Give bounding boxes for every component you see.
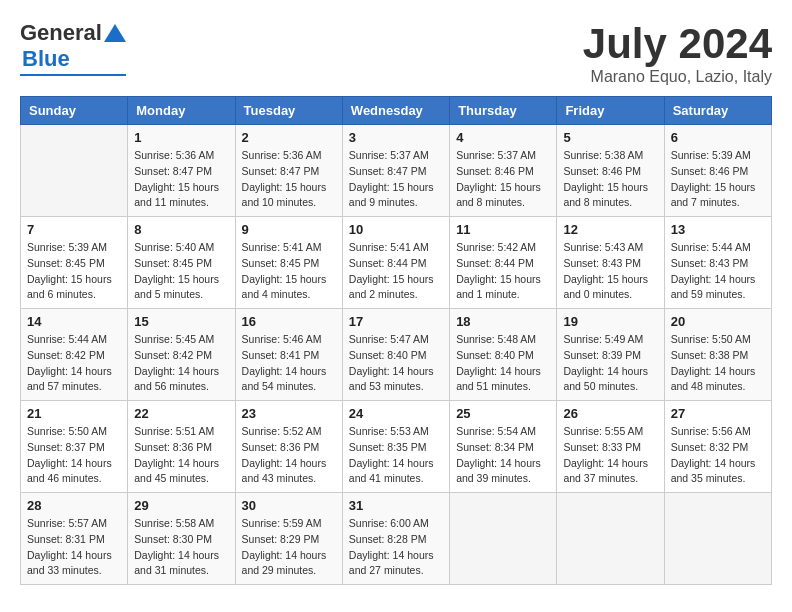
- calendar-week-row: 7Sunrise: 5:39 AMSunset: 8:45 PMDaylight…: [21, 217, 772, 309]
- day-info: Sunrise: 5:53 AMSunset: 8:35 PMDaylight:…: [349, 424, 443, 487]
- calendar-cell: 5Sunrise: 5:38 AMSunset: 8:46 PMDaylight…: [557, 125, 664, 217]
- calendar-cell: 14Sunrise: 5:44 AMSunset: 8:42 PMDayligh…: [21, 309, 128, 401]
- calendar-cell: 16Sunrise: 5:46 AMSunset: 8:41 PMDayligh…: [235, 309, 342, 401]
- day-info: Sunrise: 5:49 AMSunset: 8:39 PMDaylight:…: [563, 332, 657, 395]
- day-info: Sunrise: 5:45 AMSunset: 8:42 PMDaylight:…: [134, 332, 228, 395]
- day-number: 14: [27, 314, 121, 329]
- day-info: Sunrise: 5:46 AMSunset: 8:41 PMDaylight:…: [242, 332, 336, 395]
- calendar-cell: 30Sunrise: 5:59 AMSunset: 8:29 PMDayligh…: [235, 493, 342, 585]
- calendar-week-row: 1Sunrise: 5:36 AMSunset: 8:47 PMDaylight…: [21, 125, 772, 217]
- logo-blue: Blue: [22, 46, 70, 72]
- day-number: 15: [134, 314, 228, 329]
- day-number: 18: [456, 314, 550, 329]
- day-info: Sunrise: 5:41 AMSunset: 8:45 PMDaylight:…: [242, 240, 336, 303]
- svg-marker-0: [104, 24, 126, 42]
- day-info: Sunrise: 5:51 AMSunset: 8:36 PMDaylight:…: [134, 424, 228, 487]
- calendar-cell: 3Sunrise: 5:37 AMSunset: 8:47 PMDaylight…: [342, 125, 449, 217]
- day-number: 2: [242, 130, 336, 145]
- calendar-table: SundayMondayTuesdayWednesdayThursdayFrid…: [20, 96, 772, 585]
- calendar-cell: 24Sunrise: 5:53 AMSunset: 8:35 PMDayligh…: [342, 401, 449, 493]
- column-header-friday: Friday: [557, 97, 664, 125]
- day-number: 8: [134, 222, 228, 237]
- day-number: 4: [456, 130, 550, 145]
- calendar-cell: 29Sunrise: 5:58 AMSunset: 8:30 PMDayligh…: [128, 493, 235, 585]
- calendar-cell: 8Sunrise: 5:40 AMSunset: 8:45 PMDaylight…: [128, 217, 235, 309]
- day-info: Sunrise: 5:50 AMSunset: 8:37 PMDaylight:…: [27, 424, 121, 487]
- day-number: 20: [671, 314, 765, 329]
- day-info: Sunrise: 5:57 AMSunset: 8:31 PMDaylight:…: [27, 516, 121, 579]
- calendar-cell: 22Sunrise: 5:51 AMSunset: 8:36 PMDayligh…: [128, 401, 235, 493]
- day-number: 29: [134, 498, 228, 513]
- day-number: 24: [349, 406, 443, 421]
- calendar-cell: 4Sunrise: 5:37 AMSunset: 8:46 PMDaylight…: [450, 125, 557, 217]
- day-info: Sunrise: 5:36 AMSunset: 8:47 PMDaylight:…: [242, 148, 336, 211]
- day-info: Sunrise: 5:39 AMSunset: 8:46 PMDaylight:…: [671, 148, 765, 211]
- day-info: Sunrise: 5:44 AMSunset: 8:43 PMDaylight:…: [671, 240, 765, 303]
- calendar-cell: 6Sunrise: 5:39 AMSunset: 8:46 PMDaylight…: [664, 125, 771, 217]
- day-info: Sunrise: 5:39 AMSunset: 8:45 PMDaylight:…: [27, 240, 121, 303]
- calendar-cell: 23Sunrise: 5:52 AMSunset: 8:36 PMDayligh…: [235, 401, 342, 493]
- day-info: Sunrise: 5:36 AMSunset: 8:47 PMDaylight:…: [134, 148, 228, 211]
- calendar-cell: 18Sunrise: 5:48 AMSunset: 8:40 PMDayligh…: [450, 309, 557, 401]
- day-number: 21: [27, 406, 121, 421]
- column-header-wednesday: Wednesday: [342, 97, 449, 125]
- calendar-cell: [664, 493, 771, 585]
- day-number: 28: [27, 498, 121, 513]
- day-info: Sunrise: 5:38 AMSunset: 8:46 PMDaylight:…: [563, 148, 657, 211]
- calendar-week-row: 21Sunrise: 5:50 AMSunset: 8:37 PMDayligh…: [21, 401, 772, 493]
- day-number: 26: [563, 406, 657, 421]
- day-number: 16: [242, 314, 336, 329]
- calendar-cell: 9Sunrise: 5:41 AMSunset: 8:45 PMDaylight…: [235, 217, 342, 309]
- calendar-cell: 13Sunrise: 5:44 AMSunset: 8:43 PMDayligh…: [664, 217, 771, 309]
- column-header-saturday: Saturday: [664, 97, 771, 125]
- day-number: 23: [242, 406, 336, 421]
- day-number: 22: [134, 406, 228, 421]
- column-header-sunday: Sunday: [21, 97, 128, 125]
- calendar-cell: 21Sunrise: 5:50 AMSunset: 8:37 PMDayligh…: [21, 401, 128, 493]
- day-number: 1: [134, 130, 228, 145]
- day-info: Sunrise: 6:00 AMSunset: 8:28 PMDaylight:…: [349, 516, 443, 579]
- calendar-header-row: SundayMondayTuesdayWednesdayThursdayFrid…: [21, 97, 772, 125]
- day-info: Sunrise: 5:37 AMSunset: 8:46 PMDaylight:…: [456, 148, 550, 211]
- logo-general: General: [20, 20, 102, 46]
- logo-triangle-icon: [104, 22, 126, 44]
- day-info: Sunrise: 5:56 AMSunset: 8:32 PMDaylight:…: [671, 424, 765, 487]
- calendar-cell: 26Sunrise: 5:55 AMSunset: 8:33 PMDayligh…: [557, 401, 664, 493]
- day-info: Sunrise: 5:48 AMSunset: 8:40 PMDaylight:…: [456, 332, 550, 395]
- month-title: July 2024: [583, 20, 772, 68]
- day-number: 30: [242, 498, 336, 513]
- page-header: General Blue July 2024 Marano Equo, Lazi…: [20, 20, 772, 86]
- day-info: Sunrise: 5:42 AMSunset: 8:44 PMDaylight:…: [456, 240, 550, 303]
- column-header-monday: Monday: [128, 97, 235, 125]
- calendar-cell: 11Sunrise: 5:42 AMSunset: 8:44 PMDayligh…: [450, 217, 557, 309]
- day-number: 13: [671, 222, 765, 237]
- day-number: 10: [349, 222, 443, 237]
- day-number: 27: [671, 406, 765, 421]
- day-info: Sunrise: 5:44 AMSunset: 8:42 PMDaylight:…: [27, 332, 121, 395]
- location-title: Marano Equo, Lazio, Italy: [583, 68, 772, 86]
- day-info: Sunrise: 5:55 AMSunset: 8:33 PMDaylight:…: [563, 424, 657, 487]
- calendar-cell: [557, 493, 664, 585]
- logo-underline: [20, 74, 126, 76]
- day-info: Sunrise: 5:58 AMSunset: 8:30 PMDaylight:…: [134, 516, 228, 579]
- day-number: 11: [456, 222, 550, 237]
- day-number: 5: [563, 130, 657, 145]
- day-number: 19: [563, 314, 657, 329]
- day-info: Sunrise: 5:54 AMSunset: 8:34 PMDaylight:…: [456, 424, 550, 487]
- day-number: 12: [563, 222, 657, 237]
- column-header-tuesday: Tuesday: [235, 97, 342, 125]
- calendar-cell: 1Sunrise: 5:36 AMSunset: 8:47 PMDaylight…: [128, 125, 235, 217]
- calendar-cell: 20Sunrise: 5:50 AMSunset: 8:38 PMDayligh…: [664, 309, 771, 401]
- day-number: 6: [671, 130, 765, 145]
- calendar-cell: 7Sunrise: 5:39 AMSunset: 8:45 PMDaylight…: [21, 217, 128, 309]
- day-info: Sunrise: 5:40 AMSunset: 8:45 PMDaylight:…: [134, 240, 228, 303]
- calendar-week-row: 28Sunrise: 5:57 AMSunset: 8:31 PMDayligh…: [21, 493, 772, 585]
- day-number: 17: [349, 314, 443, 329]
- day-info: Sunrise: 5:41 AMSunset: 8:44 PMDaylight:…: [349, 240, 443, 303]
- calendar-cell: 27Sunrise: 5:56 AMSunset: 8:32 PMDayligh…: [664, 401, 771, 493]
- day-info: Sunrise: 5:37 AMSunset: 8:47 PMDaylight:…: [349, 148, 443, 211]
- day-info: Sunrise: 5:50 AMSunset: 8:38 PMDaylight:…: [671, 332, 765, 395]
- calendar-cell: 2Sunrise: 5:36 AMSunset: 8:47 PMDaylight…: [235, 125, 342, 217]
- logo: General Blue: [20, 20, 126, 76]
- calendar-cell: [21, 125, 128, 217]
